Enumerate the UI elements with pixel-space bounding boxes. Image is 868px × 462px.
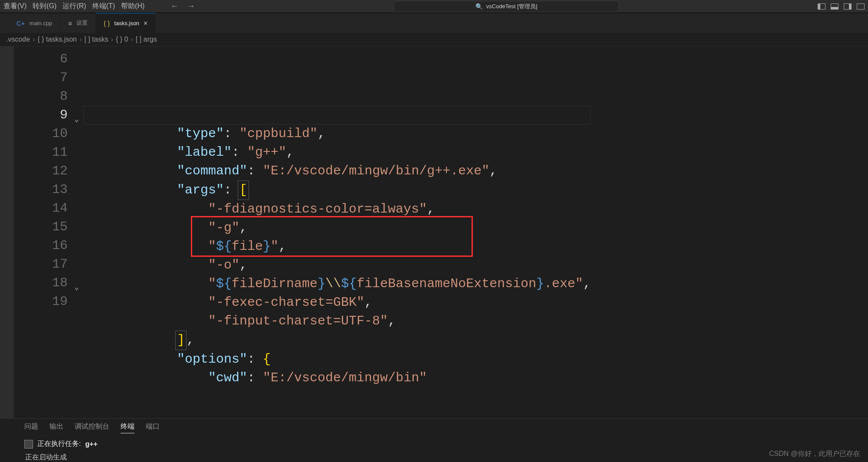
line-number-gutter: 6789⌄101112131415161718⌄19	[14, 46, 83, 418]
chevron-right-icon: ›	[111, 36, 113, 43]
search-icon: 🔍	[475, 3, 483, 10]
tab-label: tasks.json	[114, 20, 139, 26]
tab-settings[interactable]: ≡ 设置	[60, 13, 96, 33]
fold-chevron-icon[interactable]: ⌄	[74, 278, 79, 297]
task-name: g++	[85, 440, 97, 448]
chevron-right-icon: ›	[33, 36, 35, 43]
terminal-output-line: 正在启动生成	[25, 453, 862, 462]
toggle-sidebar-icon[interactable]	[818, 3, 825, 10]
activity-bar-stub	[0, 46, 14, 418]
panel-tab-debug[interactable]: 调试控制台	[75, 422, 109, 433]
breadcrumb-item[interactable]: [ ] tasks	[85, 36, 108, 43]
menubar: 查看(V) 转到(G) 运行(R) 终端(T) 帮助(H) ← → 🔍 vsCo…	[0, 0, 868, 13]
breadcrumb-item[interactable]: .vscode	[6, 36, 30, 43]
breadcrumb-item[interactable]: { } tasks.json	[37, 36, 77, 43]
panel-tab-terminal[interactable]: 终端	[121, 422, 134, 433]
breadcrumb[interactable]: .vscode › { } tasks.json › [ ] tasks › {…	[0, 33, 868, 46]
code-content[interactable]: "type": "cppbuild", "label": "g++", "com…	[83, 46, 591, 418]
tab-tasks-json[interactable]: { } tasks.json ×	[96, 13, 156, 33]
nav-arrows: ← →	[170, 2, 195, 11]
toggle-secondary-icon[interactable]	[844, 3, 852, 10]
tab-main-cpp[interactable]: C+ main.cpp	[9, 13, 60, 33]
menu-run[interactable]: 运行(R)	[62, 2, 86, 11]
menu-help[interactable]: 帮助(H)	[121, 2, 144, 11]
layout-controls	[818, 3, 865, 10]
tab-label: 设置	[76, 19, 88, 27]
breadcrumb-item[interactable]: { } 0	[116, 36, 128, 43]
panel-tabs: 问题 输出 调试控制台 终端 端口	[24, 422, 862, 433]
cpp-file-icon: C+	[16, 20, 25, 27]
command-center[interactable]: 🔍 vsCodeTest [管理员]	[393, 1, 619, 12]
tab-label: main.cpp	[29, 20, 52, 26]
menu-goto[interactable]: 转到(G)	[33, 2, 56, 11]
editor-tabs: C+ main.cpp ≡ 设置 { } tasks.json ×	[0, 13, 868, 33]
panel-tab-problems[interactable]: 问题	[24, 422, 38, 433]
json-file-icon: { }	[104, 20, 110, 27]
menu-view[interactable]: 查看(V)	[3, 2, 26, 11]
toggle-panel-icon[interactable]	[831, 3, 839, 10]
task-label: 正在执行任务:	[37, 439, 81, 449]
task-status-icon	[24, 440, 33, 449]
bottom-panel: 问题 输出 调试控制台 终端 端口 正在执行任务: g++ 正在启动生成	[0, 418, 868, 462]
watermark-text: CSDN @你好，此用户已存在	[769, 449, 860, 459]
nav-forward-icon[interactable]: →	[187, 2, 195, 11]
menu-terminal[interactable]: 终端(T)	[92, 2, 115, 11]
search-text: vsCodeTest [管理员]	[486, 3, 537, 10]
chevron-right-icon: ›	[131, 36, 133, 43]
close-icon[interactable]: ×	[144, 20, 147, 27]
terminal-task-line: 正在执行任务: g++	[24, 439, 862, 449]
menu-items: 查看(V) 转到(G) 运行(R) 终端(T) 帮助(H)	[3, 2, 144, 11]
fold-chevron-icon[interactable]: ⌄	[74, 110, 79, 129]
nav-back-icon[interactable]: ←	[170, 2, 178, 11]
settings-icon: ≡	[68, 20, 72, 27]
customize-layout-icon[interactable]	[857, 3, 865, 10]
panel-tab-output[interactable]: 输出	[49, 422, 63, 433]
breadcrumb-item[interactable]: [ ] args	[136, 36, 157, 43]
editor: 6789⌄101112131415161718⌄19 "type": "cppb…	[0, 46, 868, 418]
chevron-right-icon: ›	[79, 36, 82, 43]
panel-tab-ports[interactable]: 端口	[146, 422, 160, 433]
